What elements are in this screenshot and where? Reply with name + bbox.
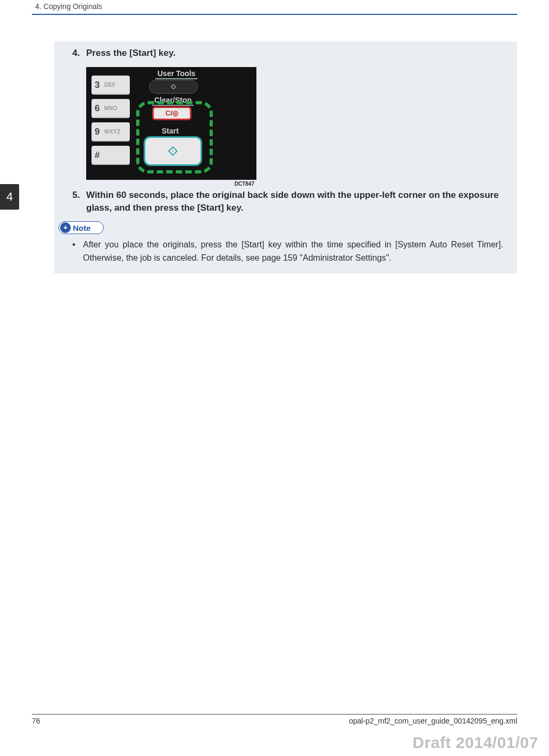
- note-label: Note: [73, 223, 90, 232]
- header-rule: [32, 14, 517, 15]
- instruction-block: 4. Press the [Start] key. 3 DEF 6 MNO 9: [54, 41, 517, 273]
- step-4: 4. Press the [Start] key.: [72, 47, 503, 60]
- keypad-letters: WXYZ: [104, 129, 121, 135]
- keypad-letters: DEF: [104, 82, 116, 88]
- keypad-key-hash: #: [91, 146, 130, 165]
- running-header: 4. Copying Originals: [32, 0, 517, 14]
- step-number: 4.: [72, 47, 86, 60]
- draft-watermark: Draft 2014/01/07: [413, 734, 539, 752]
- diamond-icon: [170, 83, 177, 90]
- keypad-key-3: 3 DEF: [91, 76, 130, 95]
- source-filename: opal-p2_mf2_com_user_guide_00142095_eng.…: [349, 717, 517, 725]
- step-text: Within 60 seconds, place the original ba…: [86, 189, 503, 214]
- user-tools-button: [149, 80, 198, 94]
- step-5: 5. Within 60 seconds, place the original…: [72, 189, 503, 214]
- note-badge: Note: [59, 221, 104, 234]
- control-panel-illustration: 3 DEF 6 MNO 9 WXYZ #: [86, 67, 256, 187]
- keypad-letters: MNO: [104, 105, 118, 111]
- keypad-digit: 6: [95, 103, 104, 114]
- down-arrow-icon: [60, 222, 71, 233]
- page-footer: 76 opal-p2_mf2_com_user_guide_00142095_e…: [32, 714, 517, 725]
- step-text: Press the [Start] key.: [86, 47, 503, 60]
- page-number: 76: [32, 717, 40, 725]
- bullet-marker: •: [72, 238, 83, 265]
- keypad-key-6: 6 MNO: [91, 99, 130, 118]
- keypad-digit: #: [95, 150, 104, 161]
- keypad-key-9: 9 WXYZ: [91, 122, 130, 142]
- svg-rect-0: [171, 85, 176, 89]
- user-tools-label: User Tools: [155, 69, 197, 79]
- keypad-digit: 9: [95, 127, 104, 137]
- note-bullet-item: • After you place the originals, press t…: [72, 238, 503, 265]
- figure-code: DCT847: [86, 180, 256, 187]
- step-number: 5.: [72, 189, 86, 214]
- chapter-side-tab: 4: [0, 184, 19, 210]
- start-highlight-outline: [136, 101, 213, 173]
- keypad-digit: 3: [95, 80, 104, 90]
- note-text: After you place the originals, press the…: [83, 238, 503, 265]
